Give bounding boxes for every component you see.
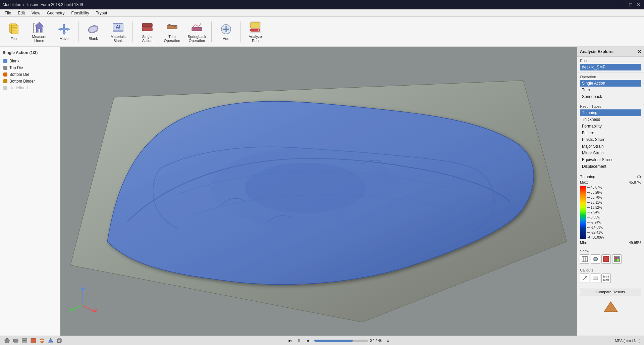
toolbar-blank-button[interactable]: Blank [82, 18, 105, 45]
run-value[interactable]: decklid_SMP [580, 64, 641, 70]
bottom-icon-2[interactable] [12, 337, 19, 344]
result-minor-strain[interactable]: Minor Strain [580, 150, 641, 156]
result-formability[interactable]: Formability [580, 123, 641, 130]
toolbar-analyze-run-button[interactable]: Analyze Run [244, 18, 267, 45]
result-equivalent-stress[interactable]: Equivalent Stress [580, 156, 641, 163]
tree-item-blank[interactable]: Blank [1, 58, 59, 64]
playback-end-button[interactable]: ⏭ [305, 337, 312, 344]
callout-label-button[interactable] [591, 274, 600, 283]
bottom-icon-6[interactable] [47, 337, 54, 344]
result-displacement[interactable]: Displacement [580, 163, 641, 170]
tree-item-bottom-die[interactable]: Bottom Die [1, 71, 59, 78]
springback-op[interactable]: Springback [580, 93, 641, 100]
menu-file[interactable]: File [1, 10, 14, 16]
show-highlight-button[interactable] [601, 254, 611, 264]
result-thinning[interactable]: Thinning [580, 109, 641, 116]
run-label: Run [580, 59, 641, 63]
compare-results-button[interactable]: Compare Results [580, 288, 641, 296]
svg-rect-57 [593, 277, 598, 280]
springback-label: Springback Operation [187, 35, 207, 43]
result-major-strain[interactable]: Major Strain [580, 143, 641, 150]
playback-controls: ⏮ ⏸ ⏭ 34 / 46 ≡ [286, 337, 392, 344]
result-failure[interactable]: Failure [580, 130, 641, 136]
measure-home-label: Measure Home [29, 35, 49, 43]
colorbar-container: 45.87% 38.28% 30.70% 23.11% 15.52% 7.94%… [580, 186, 641, 239]
toolbar-separator-2 [132, 21, 133, 42]
left-panel: Single Action (1/3) Blank Top Die Bottom… [0, 47, 60, 336]
viewport[interactable]: Z X Y [60, 47, 577, 336]
toolbar-add-button[interactable]: Add [214, 18, 238, 45]
main-area: Single Action (1/3) Blank Top Die Bottom… [0, 47, 644, 336]
show-mesh-button[interactable] [580, 254, 589, 264]
callout-arrow-button[interactable] [580, 274, 589, 283]
top-die-color [3, 66, 7, 70]
show-surface-button[interactable] [591, 254, 600, 264]
single-action-op[interactable]: Single Action [580, 80, 641, 87]
bottom-icon-5[interactable] [38, 337, 46, 344]
tree-item-top-die[interactable]: Top Die [1, 64, 59, 71]
bottom-icon-4[interactable] [30, 337, 37, 344]
callouts-section: Callouts Min/Max [577, 266, 644, 285]
operation-label: Operation [580, 75, 641, 79]
result-plastic-strain[interactable]: Plastic Strain [580, 136, 641, 143]
3d-viewport[interactable] [60, 47, 577, 336]
bottom-icon-7[interactable] [56, 337, 63, 344]
svg-marker-42 [587, 236, 590, 239]
close-panel-button[interactable]: ✕ [637, 49, 641, 54]
svg-rect-43 [582, 256, 587, 262]
toolbar-materials-button[interactable]: AI Materials Blank [106, 18, 130, 45]
tree-item-undefined[interactable]: Undefined [1, 85, 59, 91]
menu-edit[interactable]: Edit [14, 10, 28, 16]
thinning-max-row: Max: 45.87% [580, 180, 641, 184]
menu-feasibility[interactable]: Feasibility [68, 10, 93, 16]
move-icon [57, 22, 71, 36]
blank-label: Blank [89, 37, 98, 41]
toolbar-springback-button[interactable]: Springback Operation [185, 18, 209, 45]
bottom-icon-3[interactable] [21, 337, 28, 344]
svg-text:X: X [95, 308, 98, 312]
toolbar-trim-button[interactable]: Trim Operation [160, 18, 184, 45]
toolbar-separator-1 [78, 21, 79, 42]
move-label: Move [60, 37, 69, 41]
toolbar-measure-home-button[interactable]: Measure Home [28, 18, 51, 45]
trim-label: Trim Operation [162, 35, 182, 43]
menu-tryout[interactable]: Tryout [93, 10, 111, 16]
springback-icon [190, 20, 204, 34]
svg-rect-27 [251, 22, 260, 28]
tree-item-bottom-binder[interactable]: Bottom Binder [1, 78, 59, 85]
thinning-settings-icon[interactable]: ⚙ [637, 174, 641, 180]
toolbar-single-action-button[interactable]: Single Action [136, 18, 159, 45]
playback-pause-button[interactable]: ⏸ [296, 337, 303, 344]
bottom-icon-1[interactable]: i [3, 337, 11, 344]
menu-view[interactable]: View [28, 10, 44, 16]
show-icons-row [580, 254, 641, 264]
bottom-bar: i ⏮ ⏸ ⏭ 34 / 46 ≡ MPA (mm t N s) [0, 336, 644, 345]
playback-menu-button[interactable]: ≡ [384, 337, 392, 344]
materials-icon: AI [111, 20, 125, 34]
playback-start-button[interactable]: ⏮ [286, 337, 293, 344]
callout-minmax-button[interactable]: Min/Max [601, 274, 611, 283]
thinning-section: Thinning: ⚙ Max: 45.87% 45.87% 38.28% 30… [577, 172, 644, 247]
show-label: Show [580, 249, 641, 253]
axis-indicator: Z X Y [67, 285, 101, 312]
analyze-run-label: Analyze Run [245, 35, 265, 43]
svg-text:Z: Z [83, 285, 85, 289]
trim-op[interactable]: Trim [580, 87, 641, 93]
minimize-button[interactable]: ─ [620, 2, 625, 7]
frame-counter: 34 / 46 [370, 338, 382, 343]
add-icon [219, 22, 233, 36]
close-button[interactable]: ✕ [636, 2, 641, 7]
toolbar-move-button[interactable]: Move [52, 18, 76, 45]
show-color-button[interactable] [612, 254, 622, 264]
materials-label: Materials Blank [108, 35, 128, 43]
svg-rect-54 [617, 259, 619, 261]
triangle-indicator [577, 300, 644, 313]
bottom-die-color [3, 72, 7, 77]
menu-geometry[interactable]: Geometry [44, 10, 68, 16]
svg-rect-16 [142, 28, 152, 31]
maximize-button[interactable]: □ [628, 2, 633, 7]
playback-progress[interactable] [314, 340, 368, 342]
units-display: MPA (mm t N s) [615, 339, 641, 343]
toolbar-files-button[interactable]: Files [3, 18, 26, 45]
result-thickness[interactable]: Thickness [580, 116, 641, 123]
